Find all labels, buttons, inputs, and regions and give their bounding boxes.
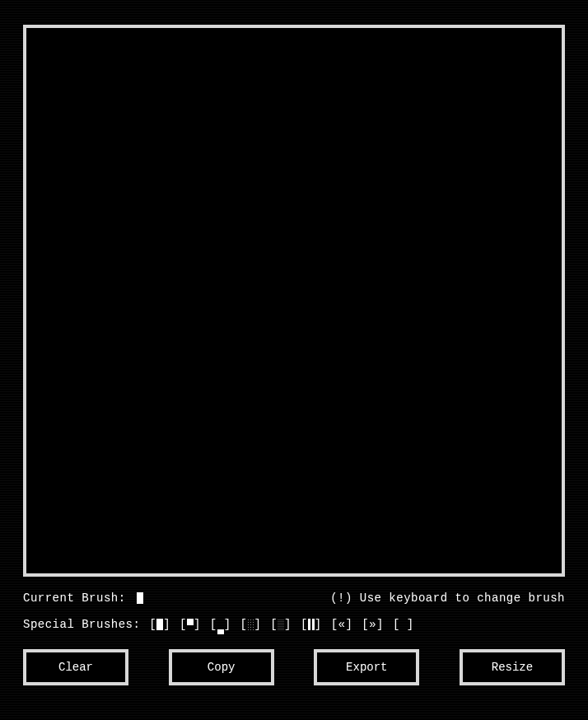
brush-option-6[interactable]: [«]	[331, 618, 353, 631]
brush-option-1[interactable]: []	[180, 618, 201, 631]
brush-glyph	[400, 619, 407, 630]
resize-button[interactable]: Resize	[460, 649, 565, 685]
drawing-canvas[interactable]	[23, 25, 565, 577]
current-brush-glyph	[137, 592, 143, 604]
brush-glyph	[217, 629, 224, 634]
brush-option-3[interactable]: []	[240, 618, 261, 631]
brush-option-8[interactable]: []	[393, 618, 414, 631]
clear-button[interactable]: Clear	[23, 649, 128, 685]
brush-option-7[interactable]: [»]	[362, 618, 384, 631]
current-brush-label: Current Brush:	[23, 591, 126, 605]
button-row: Clear Copy Export Resize	[23, 649, 565, 685]
export-button[interactable]: Export	[314, 649, 419, 685]
brush-option-4[interactable]: []	[270, 618, 292, 631]
copy-button[interactable]: Copy	[169, 649, 274, 685]
brush-option-0[interactable]: []	[149, 618, 170, 631]
brush-option-5[interactable]: []	[301, 618, 322, 631]
brush-option-2[interactable]: []	[210, 618, 231, 631]
brush-hint: (!) Use keyboard to change brush	[330, 591, 565, 605]
brush-options-container: [] [] [] [] [] [] [«] [»] []	[147, 618, 413, 631]
special-brushes-row: Special Brushes: [] [] [] [] [] [] [«] […	[23, 618, 565, 631]
special-brushes-label: Special Brushes:	[23, 618, 140, 631]
brush-glyph	[308, 619, 315, 630]
brush-glyph	[187, 619, 194, 625]
app-container: Current Brush: (!) Use keyboard to chang…	[0, 0, 588, 710]
current-brush-section: Current Brush:	[23, 591, 143, 605]
brush-info-row: Current Brush: (!) Use keyboard to chang…	[23, 591, 565, 605]
brush-glyph: »	[369, 618, 376, 631]
brush-glyph	[278, 619, 284, 630]
